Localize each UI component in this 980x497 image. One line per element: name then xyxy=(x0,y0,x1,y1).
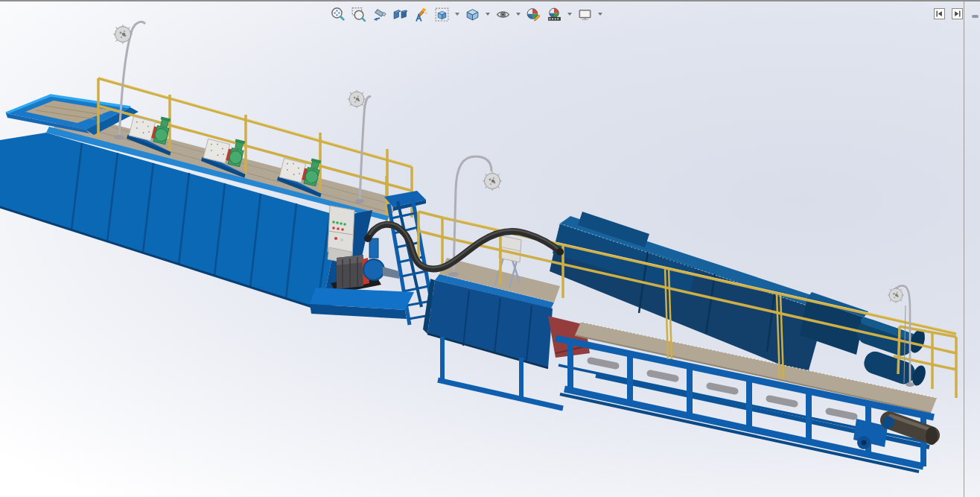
task-pane-splitter-handle[interactable] xyxy=(972,15,979,18)
previous-view-icon xyxy=(372,7,387,22)
previous-view-button[interactable] xyxy=(370,4,388,24)
pane-arrow-left-icon xyxy=(935,10,944,18)
decanter-centrifuge-unit[interactable] xyxy=(419,212,956,472)
flotation-feed-tank[interactable] xyxy=(0,22,435,325)
collapse-pane-right-button[interactable] xyxy=(952,8,963,19)
apply-scene-dropdown-caret[interactable] xyxy=(566,10,573,18)
view-settings-dropdown-caret[interactable] xyxy=(596,10,603,18)
zoom-to-fit-icon xyxy=(330,7,346,22)
view-settings-icon xyxy=(577,7,593,22)
hide-show-items-dropdown-caret[interactable] xyxy=(515,10,521,18)
edit-appearance-icon xyxy=(526,7,541,22)
section-view-button[interactable] xyxy=(391,4,409,24)
pane-arrow-right-icon xyxy=(953,10,961,18)
viewport xyxy=(0,0,980,497)
display-style-dropdown-caret[interactable] xyxy=(484,10,491,18)
hide-show-items-button[interactable] xyxy=(494,4,512,24)
zoom-to-area-icon xyxy=(351,7,366,22)
view-orientation-button[interactable] xyxy=(433,4,451,24)
display-style-icon xyxy=(465,7,480,22)
task-pane-divider xyxy=(964,1,964,497)
hide-show-items-icon xyxy=(495,7,511,22)
heads-up-toolbar xyxy=(328,4,603,25)
collapse-pane-left-button[interactable] xyxy=(934,8,945,19)
display-style-button[interactable] xyxy=(463,4,481,24)
edit-appearance-button[interactable] xyxy=(524,4,542,24)
section-view-icon xyxy=(392,7,408,22)
pump-platform[interactable] xyxy=(310,288,414,319)
dynamic-annotation-views-button[interactable] xyxy=(412,4,430,24)
pane-controls xyxy=(934,8,963,19)
control-panel[interactable] xyxy=(328,206,354,264)
apply-scene-button[interactable] xyxy=(545,4,563,24)
view-orientation-icon xyxy=(434,7,450,22)
graphics-area[interactable] xyxy=(0,1,980,497)
zoom-to-fit-button[interactable] xyxy=(328,4,346,24)
annotation-views-icon xyxy=(413,7,429,22)
zoom-to-area-button[interactable] xyxy=(349,4,367,24)
view-settings-button[interactable] xyxy=(576,4,594,24)
apply-scene-icon xyxy=(547,7,562,22)
view-orientation-dropdown-caret[interactable] xyxy=(454,10,460,18)
